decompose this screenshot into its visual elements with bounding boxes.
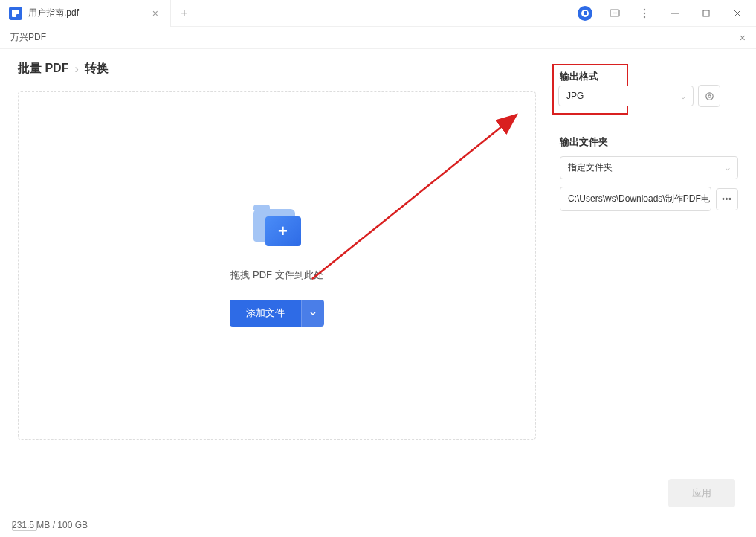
output-format-label: 输出格式 bbox=[560, 70, 621, 83]
svg-point-3 bbox=[644, 12, 645, 13]
chevron-down-icon: ⌵ bbox=[681, 92, 685, 100]
chevron-down-icon: ⌵ bbox=[726, 164, 730, 172]
close-button[interactable] bbox=[725, 3, 750, 24]
pdf-icon bbox=[9, 7, 22, 20]
more-menu-icon[interactable] bbox=[633, 1, 656, 25]
storage-text: 231.5 MB / 100 GB bbox=[12, 520, 88, 530]
format-settings-button[interactable] bbox=[698, 85, 720, 107]
tab-close-icon[interactable]: × bbox=[149, 7, 161, 19]
output-format-select[interactable]: JPG ⌵ bbox=[558, 86, 694, 106]
output-format-value: JPG bbox=[566, 91, 584, 101]
dialog-close-icon[interactable]: × bbox=[740, 32, 746, 44]
drop-zone-text: 拖拽 PDF 文件到此处 bbox=[230, 268, 323, 282]
document-tab[interactable]: 用户指南.pdf × bbox=[0, 0, 171, 27]
left-panel: 批量 PDF › 转换 + 拖拽 PDF 文件到此处 添加文件 bbox=[18, 61, 536, 454]
app-logo-icon[interactable] bbox=[573, 1, 597, 25]
output-folder-mode: 指定文件夹 bbox=[568, 161, 613, 174]
svg-point-9 bbox=[705, 92, 712, 99]
content-area: 批量 PDF › 转换 + 拖拽 PDF 文件到此处 添加文件 输出格式 bbox=[0, 49, 756, 454]
output-folder-label: 输出文件夹 bbox=[560, 135, 738, 149]
breadcrumb-current: 转换 bbox=[85, 61, 109, 77]
dialog-title: 万兴PDF bbox=[10, 31, 46, 44]
output-folder-path: C:\Users\ws\Downloads\制作PDF电 bbox=[560, 187, 711, 211]
add-file-button-group: 添加文件 bbox=[230, 300, 324, 327]
dialog-header: 万兴PDF × bbox=[0, 27, 756, 49]
breadcrumb: 批量 PDF › 转换 bbox=[18, 61, 536, 77]
output-folder-mode-select[interactable]: 指定文件夹 ⌵ bbox=[560, 156, 738, 179]
svg-rect-6 bbox=[703, 10, 709, 16]
svg-point-10 bbox=[708, 94, 710, 97]
dialog-footer: 应用 bbox=[668, 479, 735, 507]
apply-button[interactable]: 应用 bbox=[668, 479, 735, 507]
chevron-right-icon: › bbox=[74, 62, 78, 76]
right-panel: 输出格式 JPG ⌵ 输出文件夹 指定文件夹 ⌵ C:\Users\ws\ bbox=[536, 61, 738, 454]
minimize-button[interactable] bbox=[662, 3, 688, 24]
add-file-dropdown[interactable] bbox=[301, 300, 324, 327]
add-file-button[interactable]: 添加文件 bbox=[230, 300, 301, 327]
title-bar-right bbox=[573, 1, 756, 25]
svg-point-2 bbox=[644, 8, 645, 10]
drop-zone[interactable]: + 拖拽 PDF 文件到此处 添加文件 bbox=[18, 91, 536, 440]
maximize-button[interactable] bbox=[694, 3, 719, 24]
folder-add-icon: + bbox=[253, 205, 301, 246]
svg-point-4 bbox=[644, 16, 645, 17]
browse-folder-button[interactable]: ••• bbox=[716, 188, 738, 210]
title-bar: 用户指南.pdf × + bbox=[0, 0, 756, 27]
comment-icon[interactable] bbox=[603, 1, 627, 25]
tab-title: 用户指南.pdf bbox=[28, 7, 149, 19]
new-tab-button[interactable]: + bbox=[171, 7, 198, 20]
breadcrumb-root[interactable]: 批量 PDF bbox=[18, 61, 68, 77]
